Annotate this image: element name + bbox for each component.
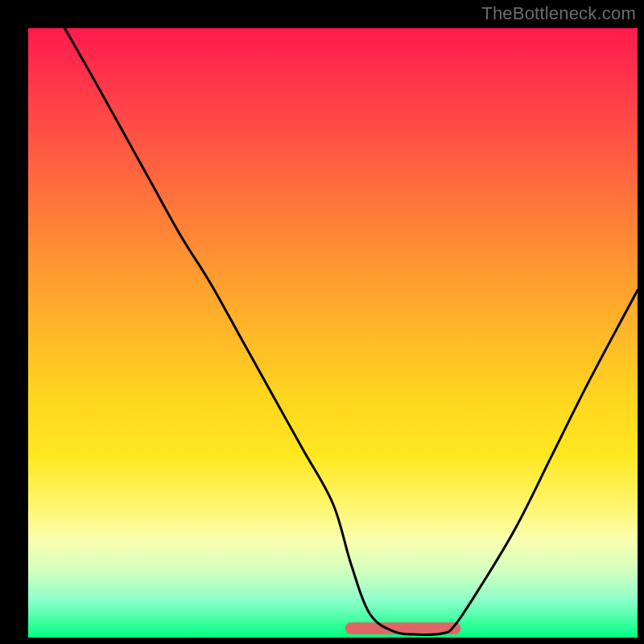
watermark-text: TheBottleneck.com [481, 3, 636, 24]
bottleneck-curve [64, 28, 638, 634]
chart-overlay [0, 0, 644, 644]
chart-frame: TheBottleneck.com [0, 0, 644, 644]
